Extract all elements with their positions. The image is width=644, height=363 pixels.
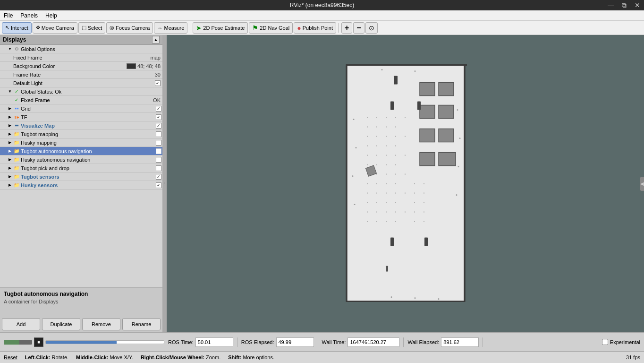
rename-button[interactable]: Rename xyxy=(122,318,161,330)
add-button[interactable]: Add xyxy=(2,318,40,330)
interact-label: Interact xyxy=(11,25,28,31)
ros-time-input[interactable] xyxy=(195,337,233,347)
close-button[interactable]: ✕ xyxy=(631,0,644,10)
frame-rate-label: Frame Rate xyxy=(13,72,155,78)
tree-item-global-options[interactable]: ▼ ⚙ Global Options xyxy=(0,45,162,53)
tugbot-pick-drop-checkbox[interactable] xyxy=(156,165,161,171)
svg-rect-63 xyxy=(367,221,368,222)
visualize-map-checkbox[interactable]: ✓ xyxy=(156,123,161,129)
svg-rect-2 xyxy=(394,76,398,84)
menu-file[interactable]: File xyxy=(0,10,17,21)
ros-elapsed-field: ROS Elapsed: xyxy=(241,337,318,347)
svg-rect-68 xyxy=(424,183,424,184)
shift-desc: More options. xyxy=(243,354,274,360)
tree-item-frame-rate[interactable]: Frame Rate 30 xyxy=(0,70,162,79)
tree-item-fixed-frame[interactable]: Fixed Frame map xyxy=(0,53,162,62)
svg-rect-65 xyxy=(386,221,387,222)
experimental-checkbox[interactable] xyxy=(602,339,608,345)
tree-item-tugbot-sensors[interactable]: ▶ 📁 Tugbot sensors ✓ xyxy=(0,173,162,181)
displays-collapse-button[interactable]: ▲ xyxy=(152,36,160,43)
svg-rect-18 xyxy=(367,126,368,127)
select-label: Select xyxy=(88,25,102,31)
zoom-in-button[interactable]: + xyxy=(341,22,352,34)
tree-item-husky-autonomous-nav[interactable]: ▶ 📁 Husky autonomous navigation xyxy=(0,156,162,164)
tree-item-fixed-frame-status[interactable]: ✓ Fixed Frame OK xyxy=(0,96,162,104)
tree-item-global-status[interactable]: ▼ ✓ Global Status: Ok xyxy=(0,87,162,96)
wall-elapsed-field: Wall Elapsed: xyxy=(407,337,483,347)
tree-item-visualize-map[interactable]: ▶ ☰ Visualize Map ✓ xyxy=(0,121,162,130)
husky-autonomous-nav-label: Husky autonomous navigation xyxy=(21,157,156,163)
menu-help[interactable]: Help xyxy=(42,10,61,21)
tree-item-tugbot-autonomous-nav[interactable]: ▶ 📁 Tugbot autonomous navigation xyxy=(0,147,162,156)
select-button[interactable]: Select xyxy=(78,22,106,34)
tree-item-default-light[interactable]: Default Light ✓ xyxy=(0,79,162,87)
duplicate-button[interactable]: Duplicate xyxy=(42,318,80,330)
progress-area: ■ xyxy=(4,337,164,347)
tree-item-grid[interactable]: ▶ ☷ Grid ✓ xyxy=(0,104,162,113)
menubar: File Panels Help xyxy=(0,10,644,21)
tugbot-sensors-checkbox[interactable]: ✓ xyxy=(156,174,161,180)
svg-rect-61 xyxy=(395,211,396,212)
svg-point-83 xyxy=(352,175,353,177)
svg-point-90 xyxy=(414,70,415,72)
tree-item-tf[interactable]: ▶ TF TF ✓ xyxy=(0,113,162,121)
default-light-checkbox[interactable]: ✓ xyxy=(155,80,161,86)
nav-goal-button[interactable]: ⚑ 2D Nav Goal xyxy=(249,22,293,34)
tugbot-mapping-checkbox[interactable] xyxy=(156,131,161,137)
pose-estimate-label: 2D Pose Estimate xyxy=(203,25,245,31)
husky-autonomous-nav-checkbox[interactable] xyxy=(156,157,161,163)
publish-point-button[interactable]: ● Publish Point xyxy=(294,22,336,34)
restore-button[interactable]: ⧉ xyxy=(618,0,631,10)
remove-button[interactable]: Remove xyxy=(82,318,120,330)
move-icon xyxy=(36,25,40,31)
focus-camera-button[interactable]: Focus Camera xyxy=(106,22,153,34)
svg-rect-48 xyxy=(395,183,396,184)
global-status-icon: ✓ xyxy=(13,88,20,95)
minimize-button[interactable]: — xyxy=(604,0,618,10)
husky-sensors-checkbox[interactable]: ✓ xyxy=(156,182,161,188)
shift-key: Shift: xyxy=(228,354,241,360)
svg-rect-74 xyxy=(424,211,424,212)
ros-elapsed-input[interactable] xyxy=(276,337,314,347)
wall-elapsed-input[interactable] xyxy=(441,337,479,347)
move-camera-button[interactable]: Move Camera xyxy=(33,22,77,34)
progress-fill-2 xyxy=(46,341,117,344)
menu-panels[interactable]: Panels xyxy=(17,10,42,21)
tree-item-tugbot-mapping[interactable]: ▶ 📁 Tugbot mapping xyxy=(0,130,162,138)
pose-estimate-button[interactable]: ➤ 2D Pose Estimate xyxy=(193,22,248,34)
svg-rect-72 xyxy=(424,202,424,203)
right-panel-toggle[interactable]: ◀ xyxy=(640,177,644,191)
tree-item-husky-sensors[interactable]: ▶ 📁 Husky sensors ✓ xyxy=(0,181,162,190)
displays-title: Displays xyxy=(3,36,26,43)
reset-button[interactable]: Reset xyxy=(4,354,17,360)
svg-rect-29 xyxy=(386,145,387,146)
middle-click-key: Middle-Click: xyxy=(76,354,108,360)
tugbot-autonomous-nav-checkbox[interactable] xyxy=(156,148,161,154)
husky-mapping-checkbox[interactable] xyxy=(156,140,161,146)
reset-view-button[interactable]: ⊙ xyxy=(365,22,378,34)
husky-mapping-label: Husky mapping xyxy=(21,140,156,146)
arrow-visualize-map: ▶ xyxy=(8,123,12,128)
svg-rect-26 xyxy=(405,136,406,137)
measure-button[interactable]: Measure xyxy=(154,22,187,34)
tree-item-husky-mapping[interactable]: ▶ 📁 Husky mapping xyxy=(0,138,162,147)
measure-icon xyxy=(157,25,162,31)
tree-item-background-color[interactable]: Background Color 48; 48; 48 xyxy=(0,62,162,70)
nav-icon: ⚑ xyxy=(252,24,258,32)
viewport[interactable]: ◀ xyxy=(167,35,644,332)
grid-checkbox[interactable]: ✓ xyxy=(156,106,161,112)
default-light-label: Default Light xyxy=(13,80,155,86)
tree-item-tugbot-pick-drop[interactable]: ▶ 📁 Tugbot pick and drop xyxy=(0,164,162,173)
ros-elapsed-label: ROS Elapsed: xyxy=(241,339,274,345)
progress-color-block: ■ xyxy=(34,337,43,347)
svg-rect-19 xyxy=(376,126,377,127)
interact-button[interactable]: Interact xyxy=(2,22,32,34)
tf-checkbox[interactable]: ✓ xyxy=(156,114,161,120)
resize-handle[interactable]: ⋮ xyxy=(163,35,167,332)
wall-time-input[interactable] xyxy=(347,337,399,347)
svg-rect-56 xyxy=(386,202,387,203)
zoom-out-button[interactable]: − xyxy=(353,22,364,34)
color-swatch xyxy=(127,63,136,69)
pose-icon: ➤ xyxy=(196,24,202,32)
svg-rect-73 xyxy=(414,211,415,212)
